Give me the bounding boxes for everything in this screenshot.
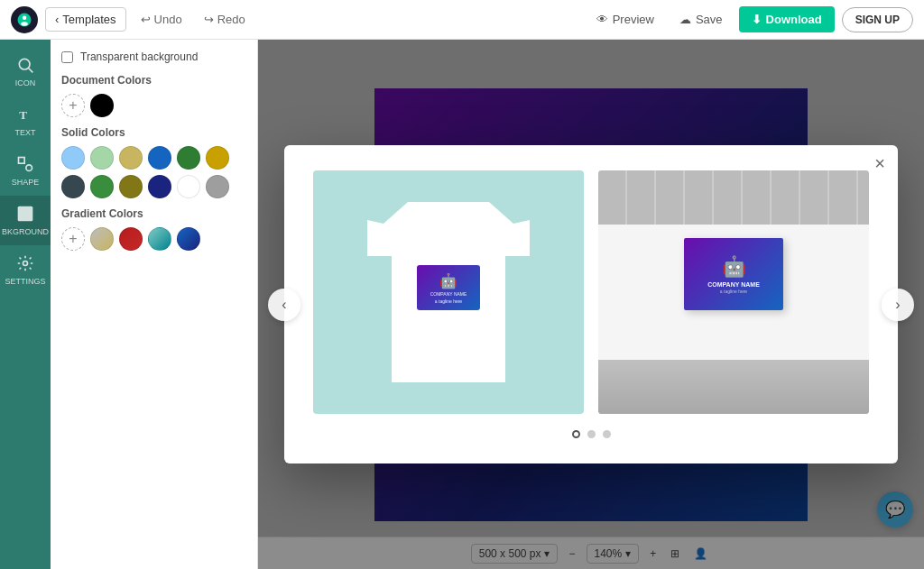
canvas-area: 500 x 500 px ▾ − 140% ▾ + ⊞ 👤 💬 × — [258, 40, 924, 569]
svg-rect-8 — [18, 206, 33, 222]
office-floor — [598, 360, 869, 414]
solid-colors-title: Solid Colors — [61, 126, 246, 139]
color-swatch[interactable] — [206, 175, 229, 198]
gradient-swatch[interactable] — [177, 227, 200, 251]
tshirt-shape: 🤖 COMPANY NAME a tagline here — [367, 202, 530, 382]
office-mockup-container[interactable]: 🤖 COMPANY NAME a tagline here — [598, 170, 869, 414]
cloud-icon: ☁ — [679, 13, 691, 26]
undo-button[interactable]: ↩ Undo — [134, 8, 189, 31]
svg-point-9 — [23, 262, 28, 266]
svg-point-3 — [19, 59, 30, 69]
tshirt-bg: 🤖 COMPANY NAME a tagline here — [313, 170, 584, 414]
add-gradient-color-button[interactable]: + — [61, 227, 85, 251]
transparent-background-row: Transparent background — [61, 50, 246, 63]
eye-icon: 👁 — [596, 13, 608, 26]
download-icon: ⬇ — [752, 13, 762, 26]
color-swatch[interactable] — [148, 146, 171, 170]
tshirt-logo: 🤖 COMPANY NAME a tagline here — [417, 265, 480, 310]
templates-label: Templates — [62, 13, 116, 26]
modal-close-button[interactable]: × — [874, 154, 885, 172]
color-swatch[interactable] — [90, 175, 114, 198]
document-colors-title: Document Colors — [61, 74, 246, 87]
modal-next-button[interactable]: › — [882, 289, 914, 321]
color-swatch[interactable] — [206, 146, 229, 170]
templates-button[interactable]: ‹ Templates — [45, 7, 126, 32]
chevron-left-icon: ‹ — [282, 297, 286, 313]
carousel-dot-0[interactable] — [572, 430, 580, 438]
svg-line-4 — [29, 69, 33, 73]
left-sidebar: ICON T TEXT SHAPE BKGROU — [0, 40, 51, 569]
gradient-swatch[interactable] — [119, 227, 143, 251]
modal-box: × 🤖 COMPANY NAME a tagline here — [284, 145, 898, 463]
office-tagline: a tagline here — [720, 289, 747, 294]
color-panel: Transparent background Document Colors +… — [51, 40, 258, 569]
color-swatch[interactable] — [119, 146, 143, 170]
chevron-left-icon: ‹ — [55, 13, 59, 26]
undo-icon: ↩ — [141, 13, 151, 26]
sidebar-item-icon[interactable]: ICON — [0, 47, 51, 96]
svg-rect-6 — [19, 158, 25, 164]
transparent-bg-checkbox[interactable] — [61, 51, 73, 63]
signup-button[interactable]: SIGN UP — [842, 7, 913, 32]
gradient-swatch[interactable] — [148, 227, 171, 251]
search-icon — [16, 56, 34, 76]
sidebar-item-text[interactable]: T TEXT — [0, 96, 51, 146]
modal-dots — [310, 430, 873, 438]
shape-icon — [16, 155, 34, 175]
color-swatch[interactable] — [61, 146, 85, 170]
gradient-colors-row: + — [61, 227, 246, 251]
sidebar-item-settings[interactable]: SETTINGS — [0, 245, 51, 295]
main-layout: ICON T TEXT SHAPE BKGROU — [0, 40, 924, 569]
office-robot-icon: 🤖 — [722, 255, 746, 279]
svg-point-7 — [26, 165, 32, 171]
save-button[interactable]: ☁ Save — [670, 8, 732, 31]
solid-colors-row — [61, 146, 246, 198]
office-ceiling — [598, 170, 869, 225]
gradient-swatch[interactable] — [90, 227, 114, 251]
preview-button[interactable]: 👁 Preview — [587, 8, 663, 31]
background-icon — [16, 205, 34, 225]
redo-icon: ↪ — [204, 13, 214, 26]
tshirt-mockup-container[interactable]: 🤖 COMPANY NAME a tagline here — [313, 170, 584, 414]
office-poster: 🤖 COMPANY NAME a tagline here — [684, 238, 783, 310]
gradient-colors-title: Gradient Colors — [61, 207, 246, 220]
sidebar-item-background[interactable]: BKGROUND — [0, 196, 51, 245]
robot-icon: 🤖 — [439, 272, 457, 289]
tshirt-tagline: a tagline here — [435, 298, 462, 304]
sidebar-item-shape[interactable]: SHAPE — [0, 146, 51, 196]
color-swatch[interactable] — [177, 175, 200, 198]
office-bg: 🤖 COMPANY NAME a tagline here — [598, 170, 869, 414]
gear-icon — [16, 254, 34, 274]
color-swatch-black[interactable] — [90, 94, 114, 117]
svg-text:T: T — [19, 108, 27, 122]
brand-logo[interactable] — [11, 6, 38, 33]
svg-point-1 — [23, 15, 27, 20]
chevron-right-icon: › — [895, 297, 900, 313]
svg-point-2 — [21, 22, 28, 26]
text-icon: T — [16, 106, 34, 125]
modal-overlay: × 🤖 COMPANY NAME a tagline here — [258, 40, 924, 569]
topbar: ‹ Templates ↩ Undo ↪ Redo 👁 Preview ☁ Sa… — [0, 0, 924, 40]
color-swatch[interactable] — [61, 175, 85, 198]
color-swatch[interactable] — [119, 175, 143, 198]
redo-button[interactable]: ↪ Redo — [197, 8, 253, 31]
modal-images: 🤖 COMPANY NAME a tagline here — [310, 170, 873, 414]
document-colors-row: + — [61, 94, 246, 117]
add-document-color-button[interactable]: + — [61, 94, 85, 117]
tshirt-company-name: COMPANY NAME — [430, 291, 467, 297]
color-swatch[interactable] — [177, 146, 200, 170]
color-swatch[interactable] — [90, 146, 114, 170]
office-scene: 🤖 COMPANY NAME a tagline here — [598, 170, 869, 414]
carousel-dot-2[interactable] — [603, 430, 611, 438]
color-swatch[interactable] — [148, 175, 171, 198]
modal-prev-button[interactable]: ‹ — [268, 289, 300, 321]
office-company-name: COMPANY NAME — [707, 281, 760, 288]
transparent-bg-label: Transparent background — [80, 50, 198, 63]
carousel-dot-1[interactable] — [587, 430, 596, 438]
download-button[interactable]: ⬇ Download — [739, 6, 835, 32]
